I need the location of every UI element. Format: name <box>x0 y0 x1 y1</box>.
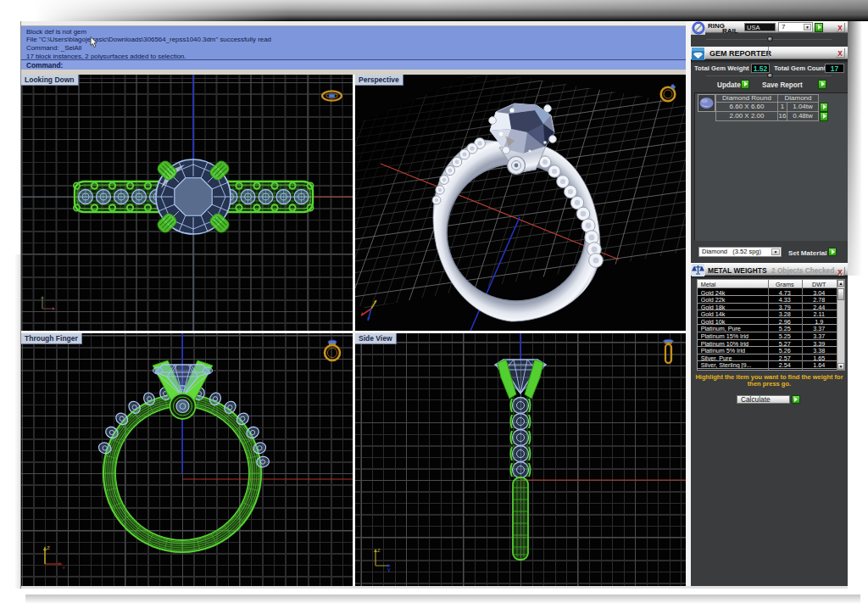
svg-text:z: z <box>47 544 50 551</box>
svg-text:z: z <box>377 547 381 553</box>
svg-text:y: y <box>387 567 391 572</box>
svg-text:x: x <box>62 564 65 569</box>
